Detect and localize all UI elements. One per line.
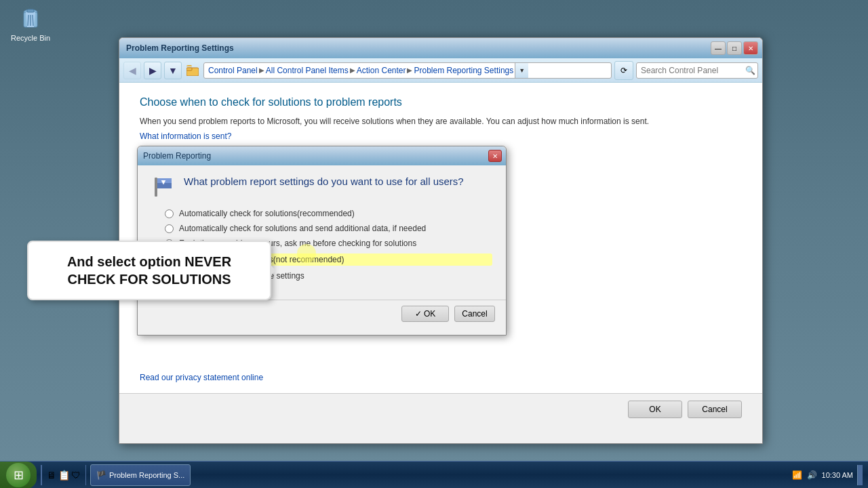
svg-rect-7 [186,68,192,70]
radio-input-2[interactable] [165,224,174,233]
start-orb-icon: ⊞ [6,463,31,487]
taskbar-divider [41,465,42,485]
dialog-close-button[interactable]: ✕ [488,150,502,162]
dialog-cancel-button[interactable]: Cancel [454,306,495,322]
recent-locations-button[interactable]: ▼ [164,62,182,79]
dialog-footer: ✓ OK Cancel [138,300,506,327]
start-button[interactable]: ⊞ [0,462,37,489]
recycle-bin-icon[interactable]: Recycle Bin [10,7,51,42]
annotation-tooltip: And select option NEVER CHECK FOR SOLUTI… [27,241,271,300]
search-icon[interactable]: 🔍 [745,66,755,75]
show-desktop-icon[interactable]: 🖥 [46,470,57,481]
radio-label-1: Automatically check for solutions(recomm… [179,209,355,218]
refresh-button[interactable]: ⟳ [614,61,633,80]
privacy-link[interactable]: Read our privacy statement online [140,373,263,382]
breadcrumb-action-center[interactable]: Action Center [357,66,406,75]
maximize-button[interactable]: □ [727,41,742,55]
radio-option-1[interactable]: Automatically check for solutions(recomm… [165,209,492,218]
forward-button[interactable]: ▶ [144,62,161,79]
main-ok-button[interactable]: OK [628,401,682,418]
page-description: When you send problem reports to Microso… [140,115,742,127]
show-desktop-button[interactable] [857,465,863,485]
breadcrumb-dropdown-button[interactable]: ▼ [515,63,528,78]
svg-line-4 [33,15,33,26]
what-info-link[interactable]: What information is sent? [140,131,231,141]
taskbar-problem-reporting[interactable]: 🏴 Problem Reporting S... [90,464,191,486]
search-input[interactable] [641,66,743,75]
taskbar-icon-3[interactable]: 🛡 [71,470,81,481]
search-bar: 🔍 [636,62,758,79]
svg-line-2 [28,15,28,26]
system-clock[interactable]: 10:30 AM [822,471,853,479]
quick-launch: 🖥 📋 🛡 [43,470,84,481]
radio-input-1[interactable] [165,209,174,218]
breadcrumb-bar: Control Panel ▶ All Control Panel Items … [203,62,612,79]
dialog-question: What problem report settings do you want… [184,175,464,188]
svg-rect-5 [27,9,34,12]
taskbar-right: 📶 🔊 10:30 AM [787,465,868,485]
recycle-bin-svg [17,7,44,34]
main-cancel-button[interactable]: Cancel [688,401,742,418]
radio-option-2[interactable]: Automatically check for solutions and se… [165,224,492,233]
svg-rect-8 [155,178,157,197]
taskbar: ⊞ 🖥 📋 🛡 🏴 Problem Reporting S... 📶 🔊 10:… [0,461,868,488]
dialog-titlebar: Problem Reporting ✕ [138,146,506,165]
taskbar-icon-2[interactable]: 📋 [58,470,69,481]
taskbar-divider2 [85,465,86,485]
window-title: Problem Reporting Settings [123,43,711,53]
window-titlebar: Problem Reporting Settings — □ ✕ [119,38,762,58]
radio-label-2: Automatically check for solutions and se… [179,224,426,233]
dialog-title: Problem Reporting [142,151,488,161]
breadcrumb-problem-reporting[interactable]: Problem Reporting Settings [414,66,513,75]
breadcrumb-control-panel[interactable]: Control Panel [208,66,258,75]
bottom-area: Read our privacy statement online [119,367,762,393]
navigation-bar: ◀ ▶ ▼ Control Panel ▶ All Control Panel … [119,58,762,83]
bottom-buttons: OK Cancel [119,393,762,425]
recycle-bin-label: Recycle Bin [11,34,50,42]
shield-flag-icon [151,175,176,199]
taskbar-windows: 🏴 Problem Reporting S... [90,464,787,486]
back-button[interactable]: ◀ [123,62,141,79]
taskbar-window-label: Problem Reporting S... [109,471,184,479]
volume-icon[interactable]: 🔊 [807,470,818,481]
window-controls: — □ ✕ [711,41,758,55]
desktop: Recycle Bin Problem Reporting Settings —… [0,0,868,488]
dialog-ok-button[interactable]: ✓ OK [401,306,449,322]
minimize-button[interactable]: — [711,41,726,55]
breadcrumb-all-items[interactable]: All Control Panel Items [266,66,349,75]
annotation-line1: And select option NEVER [42,253,256,270]
network-icon[interactable]: 📶 [792,470,803,481]
window-close-button[interactable]: ✕ [743,41,758,55]
folder-icon [184,62,201,79]
page-title: Choose when to check for solutions to pr… [140,96,742,108]
dialog-header: What problem report settings do you want… [151,175,492,199]
annotation-line2: CHECK FOR SOLUTIONS [42,270,256,288]
